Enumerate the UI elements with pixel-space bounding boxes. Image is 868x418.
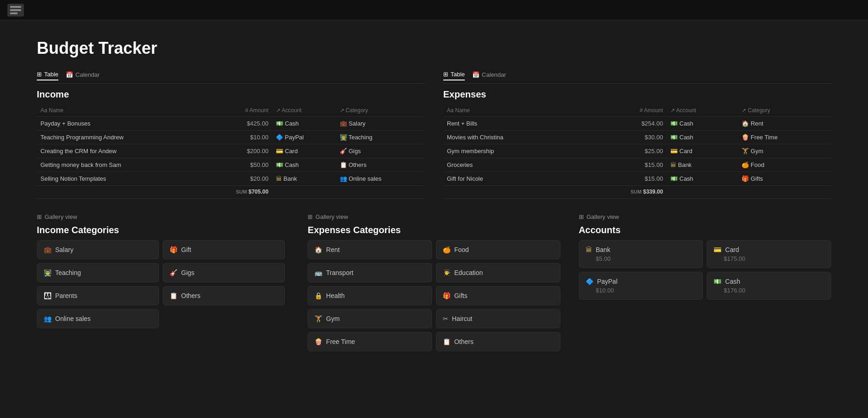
category-icon: 🎁 (443, 292, 451, 299)
account-value: $176.00 (714, 287, 824, 294)
expenses-category-card[interactable]: 🔒 Health (308, 286, 432, 305)
expenses-category-card[interactable]: 👨‍🎓 Education (436, 263, 560, 282)
account-card[interactable]: 💳 Card $175.00 (707, 240, 831, 268)
svg-rect-2 (10, 12, 17, 14)
income-row-name: Getting money back from Sam (37, 158, 200, 172)
expenses-categories-section: ⊞ Gallery view Expenses Categories 🏠 Ren… (308, 213, 560, 351)
category-label: Teaching (55, 269, 81, 276)
category-label: Gift (181, 246, 191, 253)
income-row-amount: $50.00 (200, 158, 272, 172)
expenses-category-card[interactable]: 🏋 Gym (308, 309, 432, 328)
account-card[interactable]: 🔷 PayPal $10.00 (579, 272, 703, 300)
category-label: Rent (326, 246, 340, 253)
income-category-card[interactable]: 📋 Others (163, 286, 285, 305)
expenses-tab-table[interactable]: ⊞ Table (443, 71, 465, 80)
income-col-name: Aa Name (37, 104, 200, 117)
category-icon: 📋 (170, 292, 177, 299)
income-categories-gallery-header: ⊞ Gallery view (37, 213, 289, 220)
expenses-table-row[interactable]: Groceries $15.00 🏛 Bank 🍊 Food (443, 158, 831, 172)
expenses-category-card[interactable]: 🍿 Free Time (308, 332, 432, 351)
expenses-row-name: Gift for Nicole (443, 172, 581, 186)
income-table-row[interactable]: Teaching Programming Andrew $10.00 🔷 Pay… (37, 131, 425, 144)
expenses-gallery-icon: ⊞ (308, 213, 313, 220)
account-value: $10.00 (586, 287, 697, 294)
expenses-table: Aa Name # Amount ↗ Account ↗ Category (443, 104, 831, 199)
income-table-row[interactable]: Selling Notion Templates $20.00 🏛 Bank 👥… (37, 172, 425, 186)
income-sum-row: SUM $705.00 (37, 186, 425, 199)
income-category-card[interactable]: 👨‍👩‍👧 Parents (37, 286, 159, 305)
income-tab-table[interactable]: ⊞ Table (37, 71, 58, 80)
account-label: Cash (725, 278, 740, 285)
expenses-col-account: ↗ Account (667, 104, 738, 117)
expenses-table-row[interactable]: Gift for Nicole $15.00 💵 Cash 🎁 Gifts (443, 172, 831, 186)
income-row-category: 👥 Online sales (336, 172, 425, 186)
expenses-category-card[interactable]: ✂ Haircut (436, 309, 560, 328)
income-row-category: 📋 Others (336, 158, 425, 172)
income-row-account: 💵 Cash (272, 117, 336, 131)
svg-rect-0 (10, 6, 21, 8)
expenses-table-row[interactable]: Movies with Christina $30.00 💵 Cash 🍿 Fr… (443, 131, 831, 144)
expenses-col-amount: # Amount (581, 104, 667, 117)
income-category-card[interactable]: 👨‍🏫 Teaching (37, 263, 159, 282)
expenses-row-name: Rent + Bills (443, 117, 581, 131)
account-card[interactable]: 💵 Cash $176.00 (707, 272, 831, 300)
income-category-card[interactable]: 👥 Online sales (37, 309, 159, 328)
expenses-row-account: 💵 Cash (667, 131, 738, 144)
accounts-gallery-icon: ⊞ (579, 213, 584, 220)
income-tab-calendar[interactable]: 📅 Calendar (66, 71, 100, 80)
expenses-category-card[interactable]: 📋 Others (436, 332, 560, 351)
category-icon: 🔒 (314, 292, 322, 299)
expenses-table-row[interactable]: Rent + Bills $254.00 💵 Cash 🏠 Rent (443, 117, 831, 131)
expenses-category-card[interactable]: 🚌 Transport (308, 263, 432, 282)
table-icon: ⊞ (37, 71, 42, 78)
accounts-gallery-header: ⊞ Gallery view (579, 213, 831, 220)
expenses-table-row[interactable]: Gym membership $25.00 💳 Card 🏋 Gym (443, 144, 831, 158)
category-label: Gym (326, 315, 340, 322)
account-card[interactable]: 🏛 Bank $5.00 (579, 240, 703, 268)
expenses-categories-gallery-header: ⊞ Gallery view (308, 213, 560, 220)
expenses-categories-title: Expenses Categories (308, 225, 560, 235)
category-icon: 🏠 (314, 246, 322, 253)
category-label: Haircut (452, 315, 472, 322)
page-title: Budget Tracker (37, 39, 831, 58)
income-category-card[interactable]: 🎸 Gigs (163, 263, 285, 282)
expenses-row-category: 🎁 Gifts (738, 172, 831, 186)
category-label: Others (181, 292, 200, 299)
expenses-category-card[interactable]: 🎁 Gifts (436, 286, 560, 305)
category-label: Salary (55, 246, 74, 253)
expenses-row-category: 🍊 Food (738, 158, 831, 172)
category-icon: 🍊 (443, 246, 451, 253)
expenses-category-card[interactable]: 🍊 Food (436, 240, 560, 259)
svg-rect-1 (10, 9, 21, 11)
category-icon: ✂ (443, 315, 448, 322)
expenses-col-category: ↗ Category (738, 104, 831, 117)
income-row-amount: $200.00 (200, 144, 272, 158)
expenses-table-section: ⊞ Table 📅 Calendar Expenses Aa Name (443, 71, 831, 199)
income-category-card[interactable]: 🎁 Gift (163, 240, 285, 259)
account-title: 🔷 PayPal (586, 278, 697, 285)
account-title: 💵 Cash (714, 278, 824, 285)
income-table: Aa Name # Amount ↗ Account ↗ Category (37, 104, 425, 199)
expenses-row-amount: $30.00 (581, 131, 667, 144)
income-row-name: Selling Notion Templates (37, 172, 200, 186)
accounts-section: ⊞ Gallery view Accounts 🏛 Bank $5.00 💳 C… (579, 213, 831, 351)
income-row-amount: $10.00 (200, 131, 272, 144)
expenses-row-amount: $15.00 (581, 158, 667, 172)
expenses-category-card[interactable]: 🏠 Rent (308, 240, 432, 259)
gallery-icon: ⊞ (37, 213, 42, 220)
account-label: Bank (596, 246, 611, 253)
account-title: 🏛 Bank (586, 246, 697, 253)
expenses-row-amount: $25.00 (581, 144, 667, 158)
income-col-category: ↗ Category (336, 104, 425, 117)
category-label: Health (326, 292, 344, 299)
income-table-row[interactable]: Payday + Bonuses $425.00 💵 Cash 💼 Salary (37, 117, 425, 131)
expenses-tab-calendar[interactable]: 📅 Calendar (472, 71, 506, 80)
category-icon: 👨‍🏫 (44, 269, 51, 276)
income-row-category: 👨‍🏫 Teaching (336, 131, 425, 144)
category-icon: 👨‍🎓 (443, 269, 451, 276)
income-table-row[interactable]: Creating the CRM for Andew $200.00 💳 Car… (37, 144, 425, 158)
income-table-row[interactable]: Getting money back from Sam $50.00 💵 Cas… (37, 158, 425, 172)
category-icon: 👨‍👩‍👧 (44, 292, 51, 299)
category-label: Parents (55, 292, 77, 299)
income-category-card[interactable]: 💼 Salary (37, 240, 159, 259)
